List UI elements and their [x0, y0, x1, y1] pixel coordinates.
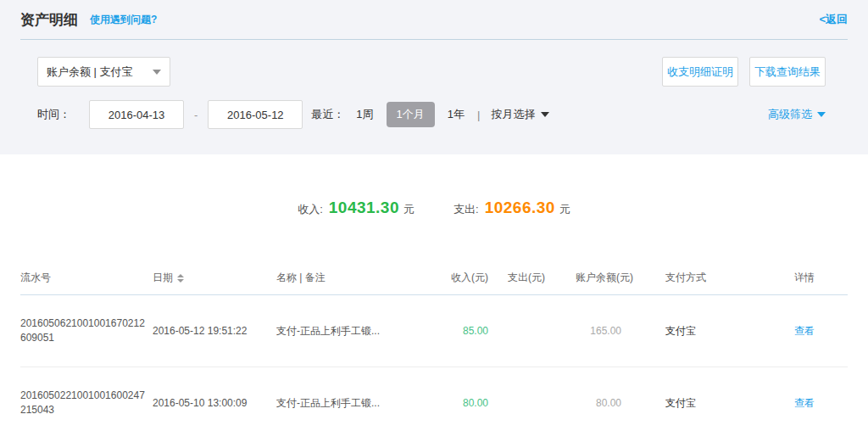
table-row: 2016050621001001670212609051 2016-05-12 … — [20, 295, 848, 367]
cell-detail: 查看 — [767, 396, 848, 411]
col-name: 名称 | 备注 — [276, 271, 437, 285]
cell-date: 2016-05-10 13:00:09 — [153, 397, 276, 409]
cell-name: 支付-正品上利手工锻... — [276, 324, 437, 339]
expense-unit: 元 — [559, 202, 570, 217]
income-label: 收入: — [298, 202, 323, 217]
help-link[interactable]: 使用遇到问题? — [90, 13, 157, 27]
cell-method: 支付宝 — [633, 396, 767, 411]
statement-certificate-button[interactable]: 收支明细证明 — [662, 57, 738, 87]
table-header: 流水号 日期 名称 | 备注 收入(元) 支出(元) 账户余额(元) 支付方式 … — [20, 261, 848, 295]
transactions-table: 流水号 日期 名称 | 备注 收入(元) 支出(元) 账户余额(元) 支付方式 … — [20, 261, 848, 431]
divider: | — [477, 109, 480, 121]
cell-serial: 2016050221001001600247215043 — [20, 389, 153, 417]
table-body: 2016050621001001670212609051 2016-05-12 … — [20, 295, 848, 431]
summary-bar: 收入: 10431.30 元 支出: 10266.30 元 — [0, 154, 868, 217]
date-range-separator: - — [194, 109, 198, 121]
cell-balance: 80.00 — [545, 397, 633, 409]
col-expense: 支出(元) — [488, 271, 545, 285]
view-detail-link[interactable]: 查看 — [794, 397, 815, 409]
col-income: 收入(元) — [437, 271, 488, 285]
account-type-value: 账户余额 | 支付宝 — [47, 64, 133, 80]
cell-serial: 2016050621001001670212609051 — [20, 316, 153, 345]
col-serial: 流水号 — [20, 271, 153, 285]
top-section: 资产明细 使用遇到问题? <返回 账户余额 | 支付宝 收支明细证明 下载查询结… — [0, 0, 868, 154]
income-unit: 元 — [403, 202, 415, 217]
download-results-button[interactable]: 下载查询结果 — [749, 57, 826, 87]
expense-value: 10266.30 — [485, 199, 555, 217]
date-to-input[interactable] — [208, 100, 303, 129]
account-type-select[interactable]: 账户余额 | 支付宝 — [37, 57, 170, 87]
cell-detail: 查看 — [767, 324, 848, 339]
cell-income: 80.00 — [437, 397, 488, 409]
month-select-dropdown[interactable]: 按月选择 — [491, 107, 549, 122]
chevron-down-icon — [153, 70, 161, 75]
col-balance: 账户余额(元) — [545, 271, 633, 285]
action-buttons: 收支明细证明 下载查询结果 — [662, 57, 826, 87]
view-detail-link[interactable]: 查看 — [794, 325, 815, 337]
chevron-down-icon — [817, 112, 826, 117]
advanced-filter-dropdown[interactable]: 高级筛选 — [768, 107, 826, 122]
filter-row-time: 时间： - 最近： 1周 1个月 1年 | 按月选择 高级筛选 — [37, 100, 826, 129]
back-link[interactable]: <返回 — [819, 12, 848, 27]
time-label: 时间： — [37, 107, 70, 122]
month-select-label: 按月选择 — [491, 107, 535, 122]
page-header: 资产明细 使用遇到问题? <返回 — [20, 0, 848, 40]
recent-label: 最近： — [311, 107, 344, 122]
cell-balance: 165.00 — [545, 325, 633, 337]
asset-details-page: 资产明细 使用遇到问题? <返回 账户余额 | 支付宝 收支明细证明 下载查询结… — [0, 0, 868, 431]
filter-row-account: 账户余额 | 支付宝 收支明细证明 下载查询结果 — [37, 57, 826, 87]
col-detail: 详情 — [767, 271, 848, 285]
chevron-down-icon — [541, 112, 549, 117]
table-row: 2016050221001001600247215043 2016-05-10 … — [20, 367, 848, 431]
range-1week[interactable]: 1周 — [356, 107, 373, 122]
col-method: 支付方式 — [633, 271, 767, 285]
range-1month[interactable]: 1个月 — [387, 102, 435, 127]
page-title: 资产明细 — [20, 10, 78, 30]
content-section: 收入: 10431.30 元 支出: 10266.30 元 流水号 日期 名称 … — [0, 154, 868, 431]
col-date-label: 日期 — [153, 271, 173, 283]
date-from-input[interactable] — [89, 100, 184, 129]
cell-income: 85.00 — [437, 325, 488, 337]
cell-date: 2016-05-12 19:51:22 — [153, 325, 276, 337]
income-value: 10431.30 — [329, 199, 399, 217]
advanced-filter-label: 高级筛选 — [768, 107, 812, 122]
col-date-sortable[interactable]: 日期 — [153, 271, 276, 285]
cell-method: 支付宝 — [633, 324, 767, 339]
expense-label: 支出: — [453, 202, 479, 217]
range-1year[interactable]: 1年 — [448, 107, 465, 122]
cell-name: 支付-正品上利手工锻... — [276, 396, 437, 411]
sort-icon[interactable] — [177, 274, 184, 283]
